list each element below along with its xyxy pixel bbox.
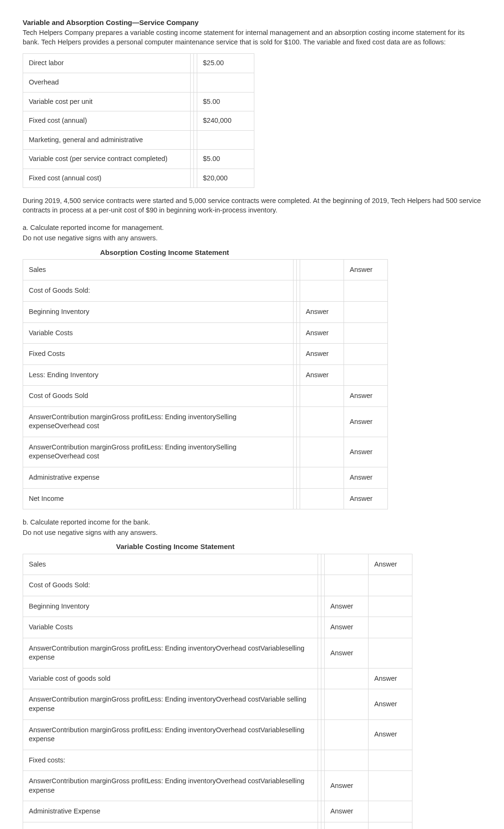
spacer: [191, 111, 194, 131]
answer-field: [369, 750, 412, 771]
answer-field[interactable]: Answer: [344, 259, 388, 280]
spacer: [294, 280, 297, 302]
absorption-table: SalesAnswerCost of Goods Sold:Beginning …: [23, 259, 388, 509]
spacer: [191, 92, 194, 111]
answer-field: [325, 575, 369, 596]
spacer: [321, 750, 325, 771]
spacer: [321, 771, 325, 801]
stmt-label: AnswerContribution marginGross profitLes…: [23, 406, 294, 437]
spacer: [294, 437, 297, 467]
stmt-label: Administrative expense: [23, 467, 294, 489]
answer-field[interactable]: Answer: [369, 554, 412, 575]
answer-field[interactable]: Answer: [344, 488, 388, 509]
stmt-row: AnswerContribution marginGross profitLes…: [23, 437, 388, 467]
cost-row: Marketing, general and administrative: [23, 130, 254, 150]
answer-field[interactable]: Answer: [325, 771, 369, 801]
spacer: [297, 437, 300, 467]
stmt-label: AnswerContribution marginGross profitLes…: [23, 689, 318, 719]
stmt-label: Cost of Goods Sold:: [23, 280, 294, 302]
answer-field[interactable]: Answer: [300, 344, 344, 365]
answer-field: [369, 771, 412, 801]
spacer: [297, 488, 300, 509]
answer-field[interactable]: Answer: [344, 406, 388, 437]
spacer: [318, 668, 321, 689]
spacer: [318, 617, 321, 638]
answer-field: [300, 280, 344, 302]
cost-value: [197, 73, 254, 92]
cost-value: $5.00: [197, 92, 254, 111]
answer-field[interactable]: Answer: [369, 689, 412, 719]
answer-field: [300, 467, 344, 489]
answer-field: [344, 280, 388, 302]
stmt-label: Beginning Inventory: [23, 301, 294, 322]
cost-data-table: Direct labor$25.00OverheadVariable cost …: [23, 53, 254, 188]
spacer: [297, 322, 300, 344]
answer-field[interactable]: Answer: [325, 596, 369, 617]
stmt-label: Cost of Goods Sold: [23, 386, 294, 407]
problem-title: Variable and Absorption Costing—Service …: [23, 18, 481, 27]
stmt-label: Variable cost of goods sold: [23, 668, 318, 689]
answer-field[interactable]: Answer: [300, 301, 344, 322]
variable-title: Variable Costing Income Statement: [116, 542, 481, 551]
spacer: [321, 689, 325, 719]
spacer: [194, 54, 197, 73]
answer-field: [300, 437, 344, 467]
spacer: [294, 322, 297, 344]
spacer: [194, 130, 197, 150]
answer-field: [325, 719, 369, 750]
spacer: [297, 364, 300, 386]
problem-intro: Tech Helpers Company prepares a variable…: [23, 28, 481, 47]
stmt-row: AnswerContribution marginGross profitLes…: [23, 638, 412, 668]
answer-field: [369, 617, 412, 638]
part-b-note: Do not use negative signs with any answe…: [23, 528, 481, 538]
answer-field[interactable]: Answer: [369, 668, 412, 689]
spacer: [194, 150, 197, 169]
spacer: [321, 554, 325, 575]
spacer: [294, 364, 297, 386]
answer-field: [344, 344, 388, 365]
stmt-label: Fixed Costs: [23, 344, 294, 365]
stmt-row: SalesAnswer: [23, 554, 412, 575]
stmt-row: AnswerContribution marginGross profitLes…: [23, 719, 412, 750]
stmt-label: Administrative Expense: [23, 801, 318, 822]
cost-label: Variable cost per unit: [23, 92, 191, 111]
stmt-row: Administrative ExpenseAnswer: [23, 801, 412, 822]
stmt-row: SalesAnswer: [23, 259, 388, 280]
stmt-row: Cost of Goods Sold:: [23, 575, 412, 596]
spacer: [321, 822, 325, 829]
answer-field[interactable]: Answer: [369, 719, 412, 750]
answer-field[interactable]: Answer: [325, 801, 369, 822]
stmt-label: AnswerContribution marginGross profitLes…: [23, 437, 294, 467]
answer-field[interactable]: Answer: [369, 822, 412, 829]
spacer: [318, 822, 321, 829]
cost-row: Variable cost (per service contract comp…: [23, 150, 254, 169]
cost-label: Fixed cost (annual cost): [23, 169, 191, 188]
stmt-label: Net Income: [23, 488, 294, 509]
answer-field: [325, 689, 369, 719]
answer-field[interactable]: Answer: [344, 386, 388, 407]
stmt-label: AnswerContribution marginGross profitLes…: [23, 719, 318, 750]
problem-page: Variable and Absorption Costing—Service …: [0, 0, 504, 829]
spacer: [318, 596, 321, 617]
answer-field[interactable]: Answer: [325, 617, 369, 638]
spacer: [321, 638, 325, 668]
answer-field[interactable]: Answer: [325, 638, 369, 668]
answer-field[interactable]: Answer: [344, 437, 388, 467]
spacer: [294, 467, 297, 489]
stmt-row: Variable cost of goods soldAnswer: [23, 668, 412, 689]
spacer: [318, 689, 321, 719]
spacer: [294, 259, 297, 280]
stmt-row: Cost of Goods Sold:: [23, 280, 388, 302]
answer-field[interactable]: Answer: [344, 467, 388, 489]
spacer: [321, 668, 325, 689]
answer-field[interactable]: Answer: [300, 322, 344, 344]
answer-field[interactable]: Answer: [300, 364, 344, 386]
spacer: [194, 111, 197, 131]
stmt-label: Variable Costs: [23, 617, 318, 638]
spacer: [294, 301, 297, 322]
cost-value: $20,000: [197, 169, 254, 188]
stmt-label: AnswerContribution marginGross profitLes…: [23, 638, 318, 668]
stmt-row: AnswerContribution marginGross profitLes…: [23, 689, 412, 719]
stmt-label: Variable Costs: [23, 322, 294, 344]
stmt-label: Less: Ending Inventory: [23, 364, 294, 386]
